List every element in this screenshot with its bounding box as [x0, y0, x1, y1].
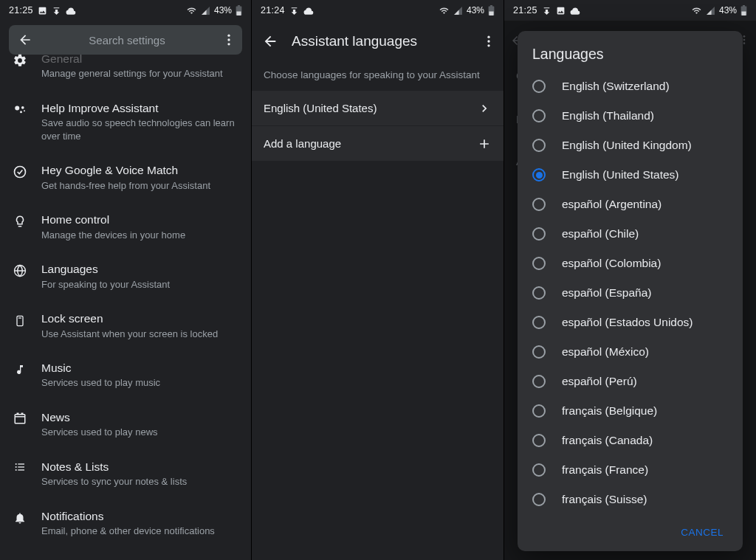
- status-time: 21:25: [513, 5, 537, 15]
- language-option[interactable]: español (Estados Unidos): [518, 308, 743, 337]
- language-option[interactable]: français (France): [518, 455, 743, 485]
- language-option[interactable]: español (España): [518, 278, 743, 308]
- svg-point-11: [16, 463, 17, 465]
- svg-rect-16: [18, 469, 24, 470]
- item-title: General: [41, 52, 239, 66]
- primary-language-row[interactable]: English (United States): [252, 91, 504, 126]
- language-option[interactable]: español (Argentina): [518, 190, 743, 219]
- list-item[interactable]: Lock screen Use Assistant when your scre…: [0, 301, 251, 350]
- svg-rect-10: [15, 415, 25, 424]
- list-item[interactable]: Music Services used to play music: [0, 350, 251, 400]
- language-option-label: español (México): [562, 345, 649, 359]
- add-language-row[interactable]: Add a language: [252, 126, 504, 162]
- gear-icon: [13, 53, 27, 68]
- language-option-label: español (Estados Unidos): [562, 316, 693, 329]
- item-sub: Services used to play music: [41, 376, 239, 390]
- language-option[interactable]: English (United Kingdom): [518, 131, 743, 160]
- item-sub: Save audio so speech technologies can le…: [41, 117, 239, 142]
- language-option[interactable]: français (Belgique): [518, 396, 743, 426]
- radio-icon: [532, 227, 546, 241]
- list-item[interactable]: Notes & Lists Services to sync your note…: [0, 449, 251, 499]
- list-item[interactable]: Languages For speaking to your Assistant: [0, 252, 251, 301]
- signal-icon: [201, 6, 210, 15]
- language-option-label: español (España): [562, 286, 652, 300]
- radio-icon: [532, 139, 546, 152]
- radio-icon: [532, 404, 546, 418]
- language-option[interactable]: español (Chile): [518, 219, 743, 249]
- language-option[interactable]: español (Perú): [518, 367, 743, 396]
- item-title: Help Improve Assistant: [41, 101, 239, 115]
- svg-point-1: [227, 38, 230, 41]
- battery-icon: [488, 5, 495, 15]
- radio-icon: [532, 109, 546, 122]
- language-options-list[interactable]: English (Switzerland)English (Thailand)E…: [518, 70, 743, 516]
- download-icon: [52, 6, 61, 15]
- language-option[interactable]: English (Switzerland): [518, 72, 743, 101]
- search-bar[interactable]: Search settings: [9, 25, 242, 55]
- svg-point-2: [227, 43, 230, 45]
- svg-point-6: [24, 110, 25, 111]
- svg-point-7: [15, 167, 26, 178]
- download-icon: [542, 6, 551, 15]
- language-option-label: español (Argentina): [562, 198, 662, 211]
- item-sub: For speaking to your Assistant: [41, 278, 239, 291]
- language-option[interactable]: español (México): [518, 337, 743, 367]
- svg-point-4: [21, 106, 24, 109]
- pane-assistant-languages: 21:24 43% Assistant languages Choose lan…: [252, 0, 504, 560]
- svg-point-5: [20, 111, 22, 113]
- item-sub: Services to sync your notes & lists: [41, 475, 239, 488]
- primary-language-label: English (United States): [264, 102, 377, 114]
- list-item[interactable]: Help Improve Assistant Save audio so spe…: [0, 91, 251, 153]
- radio-icon: [532, 257, 546, 270]
- status-bar: 21:25 43%: [504, 0, 756, 21]
- search-placeholder: Search settings: [41, 34, 213, 46]
- item-title: Hey Google & Voice Match: [41, 163, 239, 177]
- list-item[interactable]: Payments Payment methods & purchase appr…: [0, 548, 251, 560]
- battery-text: 43%: [719, 5, 737, 15]
- language-option[interactable]: français (Suisse): [518, 485, 743, 514]
- item-sub: Services used to play news: [41, 426, 239, 439]
- list-item[interactable]: Hey Google & Voice Match Get hands-free …: [0, 153, 251, 202]
- back-arrow-icon[interactable]: [262, 33, 278, 49]
- language-option[interactable]: español (Colombia): [518, 249, 743, 278]
- phone-lock-icon: [14, 313, 26, 329]
- list-item[interactable]: Notifications Email, phone & other devic…: [0, 499, 251, 548]
- pane-settings: 21:25 43% Search settings General Manage…: [0, 0, 252, 560]
- battery-text: 43%: [214, 5, 232, 15]
- item-title: Notes & Lists: [41, 460, 239, 474]
- item-sub: Get hands-free help from your Assistant: [41, 179, 239, 193]
- music-note-icon: [14, 362, 26, 377]
- cancel-button[interactable]: CANCEL: [675, 522, 729, 542]
- radio-icon: [532, 375, 546, 388]
- svg-point-3: [15, 106, 19, 110]
- status-bar: 21:24 43%: [252, 0, 504, 21]
- wifi-icon: [691, 6, 702, 15]
- language-option-label: français (France): [562, 463, 648, 477]
- list-item[interactable]: Home control Manage the devices in your …: [0, 202, 251, 252]
- svg-point-19: [487, 40, 489, 42]
- plus-icon: [477, 136, 492, 151]
- radio-icon: [532, 168, 546, 182]
- radio-icon: [532, 80, 546, 93]
- language-option-label: français (Suisse): [562, 493, 647, 506]
- list-item[interactable]: News Services used to play news: [0, 400, 251, 449]
- item-title: Languages: [41, 262, 239, 276]
- language-option-label: English (Thailand): [562, 109, 654, 122]
- cloud-icon: [66, 6, 76, 15]
- back-arrow-icon[interactable]: [18, 32, 32, 47]
- language-option[interactable]: français (Canada): [518, 426, 743, 455]
- list-icon: [13, 461, 27, 473]
- more-vert-icon[interactable]: [221, 32, 236, 47]
- languages-description: Choose languages for speaking to your As…: [252, 62, 504, 91]
- language-option[interactable]: English (Thailand): [518, 101, 743, 131]
- status-bar: 21:25 43%: [0, 0, 251, 21]
- more-vert-icon[interactable]: [481, 34, 496, 49]
- voice-match-icon: [13, 165, 27, 179]
- item-title: Lock screen: [41, 311, 239, 325]
- wifi-icon: [439, 6, 450, 15]
- languages-dialog: Languages English (Switzerland)English (…: [518, 31, 743, 551]
- list-item[interactable]: General Manage general settings for your…: [0, 52, 251, 91]
- lightbulb-icon: [13, 214, 27, 229]
- language-option[interactable]: English (United States): [518, 160, 743, 190]
- dialog-title: Languages: [518, 46, 743, 70]
